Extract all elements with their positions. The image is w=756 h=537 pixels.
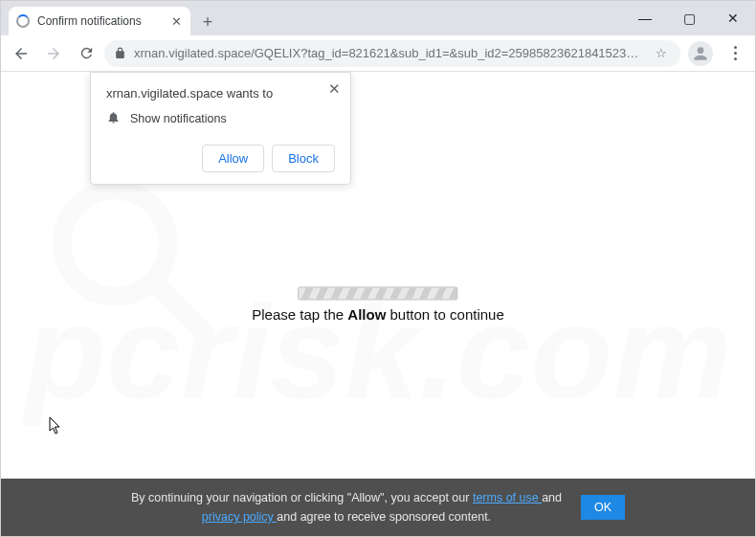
reload-icon bbox=[78, 45, 95, 61]
minimize-button[interactable]: — bbox=[623, 4, 667, 33]
allow-button[interactable]: Allow bbox=[202, 145, 264, 172]
browser-toolbar: xrnan.vigilated.space/GQELIX?tag_id=8216… bbox=[1, 35, 755, 72]
bell-icon bbox=[106, 110, 121, 127]
fake-progress-bar bbox=[298, 286, 457, 300]
dialog-actions: Allow Block bbox=[106, 145, 335, 172]
new-tab-button[interactable]: + bbox=[194, 9, 221, 35]
notification-permission-dialog: ✕ xrnan.vigilated.space wants to Show no… bbox=[90, 72, 351, 185]
tab-strip: Confirm notifications ✕ + — ▢ ✕ bbox=[1, 1, 755, 35]
maximize-button[interactable]: ▢ bbox=[667, 4, 711, 33]
dialog-title: xrnan.vigilated.space wants to bbox=[106, 86, 335, 101]
svg-line-1 bbox=[153, 281, 206, 334]
svg-point-0 bbox=[62, 190, 168, 297]
privacy-link[interactable]: privacy policy bbox=[202, 510, 278, 524]
person-icon bbox=[691, 44, 710, 63]
close-tab-icon[interactable]: ✕ bbox=[169, 14, 183, 28]
forward-button[interactable] bbox=[39, 39, 68, 68]
tab-title: Confirm notifications bbox=[37, 14, 162, 28]
page-content: pcrisk.com ✕ xrnan.vigilated.space wants… bbox=[1, 72, 755, 536]
profile-avatar[interactable] bbox=[688, 41, 713, 66]
consent-ok-button[interactable]: OK bbox=[581, 495, 625, 520]
url-text: xrnan.vigilated.space/GQELIX?tag_id=8216… bbox=[134, 46, 644, 60]
continue-text: Please tap the Allow button to continue bbox=[252, 305, 504, 322]
window-controls: — ▢ ✕ bbox=[623, 1, 755, 35]
arrow-right-icon bbox=[45, 45, 62, 62]
bookmark-star-icon[interactable]: ☆ bbox=[652, 46, 671, 60]
close-window-button[interactable]: ✕ bbox=[711, 4, 755, 33]
browser-window: Confirm notifications ✕ + — ▢ ✕ xrnan.vi… bbox=[0, 0, 756, 537]
terms-link[interactable]: terms of use bbox=[473, 491, 542, 504]
lock-icon bbox=[114, 47, 126, 59]
block-button[interactable]: Block bbox=[272, 145, 335, 172]
permission-row: Show notifications bbox=[106, 110, 335, 127]
back-button[interactable] bbox=[7, 39, 35, 68]
chrome-menu-button[interactable] bbox=[721, 39, 749, 68]
consent-text: By continuing your navigation or clickin… bbox=[131, 488, 562, 526]
reload-button[interactable] bbox=[72, 39, 100, 68]
permission-label: Show notifications bbox=[130, 112, 227, 125]
cursor-icon bbox=[49, 416, 64, 436]
cookie-consent-bar: By continuing your navigation or clickin… bbox=[1, 479, 755, 536]
arrow-left-icon bbox=[12, 45, 30, 62]
spinner-icon bbox=[16, 14, 30, 28]
dialog-close-icon[interactable]: ✕ bbox=[328, 80, 341, 98]
center-content: Please tap the Allow button to continue bbox=[252, 286, 504, 322]
browser-tab[interactable]: Confirm notifications ✕ bbox=[9, 7, 190, 35]
address-bar[interactable]: xrnan.vigilated.space/GQELIX?tag_id=8216… bbox=[104, 40, 680, 67]
